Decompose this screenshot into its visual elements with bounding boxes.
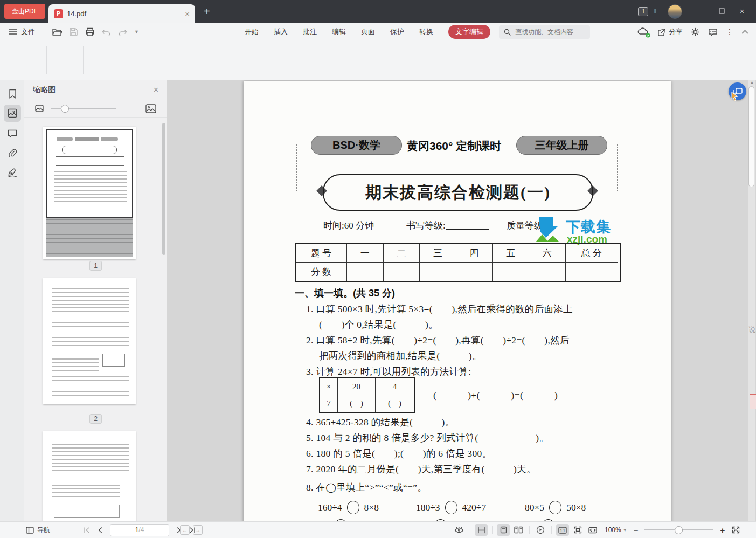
bookmark-panel-button[interactable] [4, 85, 21, 102]
gear-icon[interactable] [691, 27, 700, 37]
share-button[interactable]: 分享 [657, 27, 683, 37]
vertical-scrollbar[interactable]: ▲ [748, 80, 755, 522]
question-8-item-3: 80×550×8 [525, 501, 586, 514]
single-page-view-button[interactable] [497, 524, 510, 536]
title-bar: 金山PDF P 14.pdf × + 1 ‖ – × [0, 0, 756, 23]
feedback-icon[interactable] [708, 28, 718, 36]
menu-nav: 开始 插入 批注 编辑 页面 保护 转换 文字编辑 [245, 25, 490, 39]
divider [551, 526, 552, 534]
score-cell [420, 263, 456, 281]
menu-item-comment[interactable]: 批注 [303, 27, 317, 37]
new-tab-button[interactable]: + [204, 5, 210, 18]
page-thumbnail-3[interactable] [43, 431, 136, 522]
share-icon [657, 28, 666, 36]
fullscreen-button[interactable] [729, 524, 742, 536]
menu-item-convert[interactable]: 转换 [419, 27, 433, 37]
comments-panel-button[interactable] [4, 125, 21, 142]
menu-item-home[interactable]: 开始 [245, 27, 259, 37]
score-col-header: 三 [420, 244, 456, 263]
more-commands-chevron-icon[interactable]: ▼ [134, 29, 139, 35]
navigation-toggle[interactable]: 导航 [26, 522, 50, 538]
minimize-button[interactable]: – [693, 7, 709, 16]
document-viewport[interactable]: BSD·数学 黄冈360° 定制课时 三年级上册 期末拔高综合检测题(一) 时间… [167, 80, 756, 522]
two-page-view-button[interactable] [512, 524, 525, 536]
fit-page-button[interactable] [571, 524, 584, 536]
question-1-line-2: ( )个 0,结果是( )。 [319, 318, 438, 331]
redo-icon[interactable] [118, 28, 127, 36]
print-icon[interactable] [85, 27, 95, 36]
zoom-percent[interactable]: 100% [605, 526, 621, 534]
panel-close-icon[interactable]: × [154, 85, 158, 95]
menu-item-page[interactable]: 页面 [361, 27, 375, 37]
question-8: 8. 在◯里填上“>”“<”或“=”。 [306, 481, 427, 494]
open-folder-icon[interactable] [52, 27, 62, 36]
app-home-tab[interactable]: 金山PDF [4, 4, 45, 19]
file-menu[interactable]: 文件 [9, 27, 35, 37]
actual-size-button[interactable]: 1:1 [556, 524, 569, 536]
signature-panel-button[interactable] [4, 164, 21, 181]
fit-width-mode-button[interactable] [475, 524, 488, 536]
q3-cell: 20 [338, 378, 376, 395]
divider [43, 27, 43, 37]
eye-protect-button[interactable] [453, 524, 466, 536]
undo-icon[interactable] [102, 28, 111, 36]
page-total: /4 [138, 526, 144, 534]
frame-dash [617, 144, 618, 191]
hamburger-icon [9, 29, 17, 35]
window-count-badge[interactable]: 1 [638, 7, 648, 16]
question-7: 7. 2020 年的二月份是( )天,第三季度有( )天。 [306, 463, 536, 475]
page-label-2: 2 [24, 415, 167, 423]
pdf-page[interactable]: BSD·数学 黄冈360° 定制课时 三年级上册 期末拔高综合检测题(一) 时间… [244, 81, 671, 522]
divider [492, 526, 493, 534]
slideshow-button[interactable] [534, 524, 547, 536]
menu-item-edit[interactable]: 编辑 [332, 27, 346, 37]
maximize-button[interactable] [714, 7, 729, 16]
side-icon-strip [0, 80, 25, 522]
prev-page-icon[interactable] [98, 527, 102, 533]
user-avatar[interactable] [668, 4, 682, 19]
attachments-panel-button[interactable] [4, 144, 21, 162]
cloud-sync-icon[interactable] [637, 27, 649, 37]
document-tab[interactable]: P 14.pdf × [48, 4, 195, 23]
menu-item-protect[interactable]: 保护 [390, 27, 404, 37]
zoom-slider-thumb[interactable] [675, 526, 683, 534]
slider-thumb[interactable] [61, 105, 69, 113]
thumbnail-panel-button[interactable] [4, 105, 21, 122]
score-cell [493, 263, 529, 281]
thumbnail-size-slider[interactable] [51, 108, 116, 109]
view-back-button[interactable]: ← [180, 525, 190, 535]
panel-scrollbar[interactable] [162, 123, 165, 255]
q3-cell: ( ) [338, 395, 376, 412]
search-box[interactable] [499, 25, 590, 39]
text-edit-mode-pill[interactable]: 文字编辑 [448, 25, 490, 39]
score-cell [566, 263, 618, 281]
scroll-up-icon[interactable]: ▲ [750, 80, 754, 84]
score-col-header: 二 [384, 244, 420, 263]
small-thumbnails-icon[interactable] [35, 105, 44, 112]
page-thumbnail-2[interactable] [43, 278, 136, 404]
scrollbar-thumb[interactable] [748, 86, 754, 187]
more-menu-icon[interactable]: ⋮ [726, 27, 733, 36]
first-page-icon[interactable] [83, 527, 90, 533]
page-number-box[interactable]: 1 /4 [110, 524, 169, 536]
page-thumbnail-1[interactable] [43, 127, 136, 259]
meta-writing: 书写等级: [406, 219, 489, 232]
frame-dash [296, 191, 319, 191]
large-thumbnails-icon[interactable] [145, 104, 156, 113]
search-icon [504, 29, 511, 36]
search-input[interactable] [514, 27, 585, 36]
tab-close-icon[interactable]: × [185, 9, 190, 18]
collapse-ribbon-icon[interactable] [741, 30, 748, 34]
close-button[interactable]: × [734, 7, 750, 16]
zoom-slider[interactable] [644, 529, 713, 530]
save-icon[interactable] [69, 27, 78, 36]
zoom-dropdown-icon[interactable]: ▼ [623, 528, 627, 533]
menu-item-insert[interactable]: 插入 [274, 27, 288, 37]
question-8-item-1: 160÷48×8 [318, 501, 379, 514]
view-forward-button[interactable]: → [193, 525, 203, 535]
fit-width-button[interactable] [586, 524, 599, 536]
zoom-out-button[interactable]: − [634, 526, 639, 535]
q3-cell: 7 [320, 395, 338, 412]
zoom-in-button[interactable]: + [720, 526, 725, 535]
question-3: 3. 计算 24×7 时,可以用列表的方法计算: [306, 365, 471, 378]
